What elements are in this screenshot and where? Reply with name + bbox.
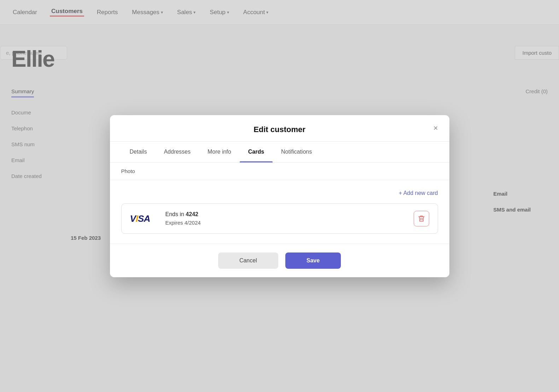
modal-sub-tab-bar: Photo [110,162,449,180]
cancel-button[interactable]: Cancel [218,253,278,269]
card-details: Ends in 4242 Expires 4/2024 [165,211,407,226]
modal-title: Edit customer [254,125,305,134]
modal-footer: Cancel Save [110,244,449,277]
tab-notifications[interactable]: Notifications [273,142,320,162]
tab-more-info[interactable]: More info [199,142,240,162]
visa-logo: VISA [130,213,158,224]
card-item: VISA Ends in 4242 Expires 4/2024 [121,203,438,234]
card-ends-in: Ends in 4242 [165,211,407,218]
modal-overlay: Edit customer × Details Addresses More i… [0,0,559,392]
modal-body: + Add new card VISA Ends in 4242 Expires… [110,180,449,244]
edit-customer-modal: Edit customer × Details Addresses More i… [110,115,449,277]
modal-close-button[interactable]: × [431,123,441,133]
tab-addresses[interactable]: Addresses [155,142,199,162]
tab-details[interactable]: Details [121,142,156,162]
card-expiry: Expires 4/2024 [165,220,407,226]
modal-tab-bar: Details Addresses More info Cards Notifi… [110,142,449,162]
save-button[interactable]: Save [285,253,341,269]
add-card-section: + Add new card [121,190,438,196]
trash-icon [418,215,425,222]
add-new-card-button[interactable]: + Add new card [399,190,438,196]
card-delete-button[interactable] [414,211,429,226]
tab-cards[interactable]: Cards [240,142,273,162]
sub-tab-photo[interactable]: Photo [121,162,135,180]
modal-header: Edit customer × [110,115,449,142]
